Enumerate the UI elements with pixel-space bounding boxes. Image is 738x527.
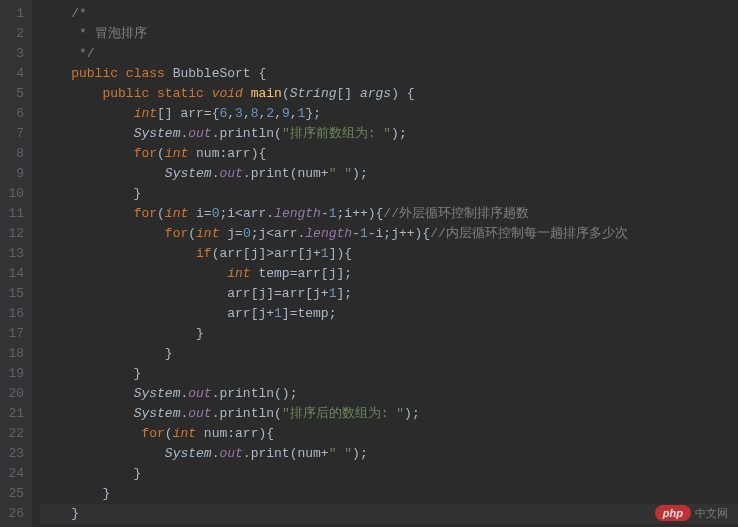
code-token: j= bbox=[227, 226, 243, 241]
code-token: ]=temp; bbox=[282, 306, 337, 321]
code-token: arr[j]=arr[j+ bbox=[40, 286, 329, 301]
code-token: length bbox=[305, 226, 352, 241]
code-line: int temp=arr[j]; bbox=[40, 264, 738, 284]
code-token: i= bbox=[196, 206, 212, 221]
watermark-badge: php bbox=[655, 505, 691, 521]
code-token: args bbox=[360, 86, 391, 101]
code-token: */ bbox=[40, 46, 95, 61]
code-editor: 1234567891011121314151617181920212223242… bbox=[0, 0, 738, 527]
line-number: 16 bbox=[4, 304, 24, 324]
code-token bbox=[40, 386, 134, 401]
line-number: 5 bbox=[4, 84, 24, 104]
code-token: - bbox=[321, 206, 329, 221]
line-number: 3 bbox=[4, 44, 24, 64]
line-number: 6 bbox=[4, 104, 24, 124]
code-token: int bbox=[165, 206, 196, 221]
code-token: ( bbox=[157, 206, 165, 221]
code-token bbox=[40, 266, 227, 281]
code-line: int[] arr={6,3,8,2,9,1}; bbox=[40, 104, 738, 124]
code-line: } bbox=[40, 364, 738, 384]
code-token: } bbox=[40, 326, 204, 341]
code-token: , bbox=[274, 106, 282, 121]
code-token: int bbox=[196, 226, 227, 241]
code-token: -i;j++){ bbox=[368, 226, 430, 241]
code-line: arr[j+1]=temp; bbox=[40, 304, 738, 324]
code-token: , bbox=[290, 106, 298, 121]
code-token: System bbox=[165, 446, 212, 461]
code-token: out bbox=[219, 446, 242, 461]
code-token: , bbox=[243, 106, 251, 121]
code-line: for(int num:arr){ bbox=[40, 424, 738, 444]
code-token: public static bbox=[102, 86, 211, 101]
code-token: - bbox=[352, 226, 360, 241]
code-token: 1 bbox=[329, 206, 337, 221]
code-token: public class bbox=[71, 66, 172, 81]
code-token: ( bbox=[157, 146, 165, 161]
line-number: 23 bbox=[4, 444, 24, 464]
code-token: }; bbox=[305, 106, 321, 121]
code-line: for(int i=0;i<arr.length-1;i++){//外层循环控制… bbox=[40, 204, 738, 224]
code-token: out bbox=[188, 406, 211, 421]
line-number: 19 bbox=[4, 364, 24, 384]
code-token: 8 bbox=[251, 106, 259, 121]
code-token: ;j<arr. bbox=[251, 226, 306, 241]
code-line: } bbox=[40, 344, 738, 364]
line-number: 1 bbox=[4, 4, 24, 24]
code-token: 9 bbox=[282, 106, 290, 121]
code-token: for bbox=[134, 146, 157, 161]
code-token: ( bbox=[188, 226, 196, 241]
code-token: * 冒泡排序 bbox=[40, 26, 147, 41]
code-token: } bbox=[40, 366, 141, 381]
code-line: public class BubbleSort { bbox=[40, 64, 738, 84]
code-token: 1 bbox=[360, 226, 368, 241]
code-line: /* bbox=[40, 4, 738, 24]
code-token: " " bbox=[329, 166, 352, 181]
code-token: ]; bbox=[336, 286, 352, 301]
code-line: if(arr[j]>arr[j+1]){ bbox=[40, 244, 738, 264]
code-token: System bbox=[134, 406, 181, 421]
code-token: num:arr){ bbox=[196, 146, 266, 161]
code-token: arr[j+ bbox=[40, 306, 274, 321]
code-token: 0 bbox=[243, 226, 251, 241]
code-line: } bbox=[40, 464, 738, 484]
code-token bbox=[40, 146, 134, 161]
code-token: num:arr){ bbox=[204, 426, 274, 441]
code-token: , bbox=[227, 106, 235, 121]
code-token bbox=[40, 226, 165, 241]
watermark: php 中文网 bbox=[655, 505, 728, 521]
code-token bbox=[40, 426, 141, 441]
code-token: for bbox=[165, 226, 188, 241]
line-number: 15 bbox=[4, 284, 24, 304]
code-line: System.out.print(num+" "); bbox=[40, 444, 738, 464]
code-token: int bbox=[227, 266, 258, 281]
code-token: System bbox=[134, 386, 181, 401]
code-token: } bbox=[40, 486, 110, 501]
code-line: * 冒泡排序 bbox=[40, 24, 738, 44]
code-token: ) { bbox=[391, 86, 414, 101]
code-token: length bbox=[274, 206, 321, 221]
code-token: " " bbox=[329, 446, 352, 461]
code-token bbox=[40, 106, 134, 121]
code-token: ); bbox=[352, 166, 368, 181]
code-token: (arr[j]>arr[j+ bbox=[212, 246, 321, 261]
code-line: } bbox=[40, 324, 738, 344]
code-token: ); bbox=[404, 406, 420, 421]
code-token: ;i++){ bbox=[337, 206, 384, 221]
line-number: 20 bbox=[4, 384, 24, 404]
code-token bbox=[40, 406, 134, 421]
line-number-gutter: 1234567891011121314151617181920212223242… bbox=[0, 0, 32, 527]
code-token: .println( bbox=[212, 406, 282, 421]
code-token: 1 bbox=[274, 306, 282, 321]
code-token: String bbox=[290, 86, 337, 101]
code-line: } bbox=[40, 484, 738, 504]
line-number: 11 bbox=[4, 204, 24, 224]
code-token: out bbox=[188, 126, 211, 141]
line-number: 2 bbox=[4, 24, 24, 44]
code-token: int bbox=[134, 106, 157, 121]
code-token: main bbox=[251, 86, 282, 101]
code-token: [] arr={ bbox=[157, 106, 219, 121]
code-token: int bbox=[165, 146, 196, 161]
line-number: 22 bbox=[4, 424, 24, 444]
code-content-area[interactable]: /* * 冒泡排序 */ public class BubbleSort { p… bbox=[32, 0, 738, 527]
code-token: "排序后的数组为: " bbox=[282, 406, 404, 421]
